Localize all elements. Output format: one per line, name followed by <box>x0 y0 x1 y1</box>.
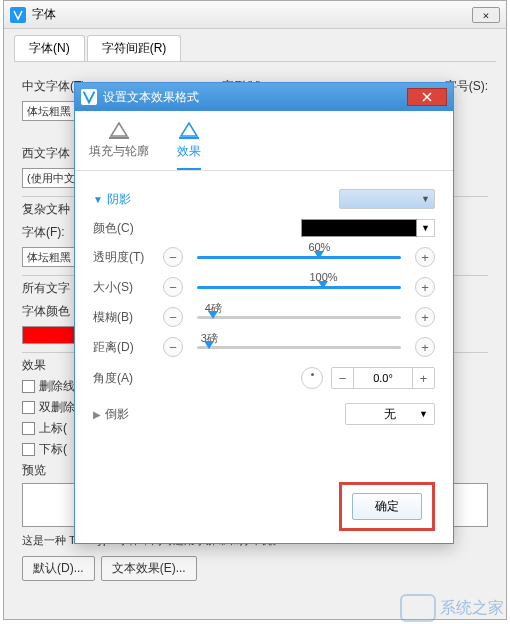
increase-button[interactable]: + <box>412 368 434 388</box>
tab-char-spacing[interactable]: 字符间距(R) <box>87 35 182 61</box>
chevron-down-icon: ▼ <box>421 194 430 204</box>
size-row: 大小(S) − 100% + <box>93 277 435 297</box>
decrease-button[interactable]: − <box>163 277 183 297</box>
text-effect-dialog: 设置文本效果格式 填充与轮廓 效果 ▼ 阴影 ▼ 颜色(C) ▼ 透明度(T) … <box>74 82 454 544</box>
size-slider[interactable]: 100% <box>189 286 409 289</box>
angle-value[interactable]: 0.0° <box>354 368 412 388</box>
collapse-icon[interactable]: ▼ <box>93 194 103 205</box>
font-dialog-title: 字体 <box>32 6 56 23</box>
tab-fill-outline[interactable]: 填充与轮廓 <box>89 121 149 170</box>
blur-slider[interactable]: 4磅 <box>189 316 409 319</box>
tab-effect[interactable]: 效果 <box>177 121 201 170</box>
increase-button[interactable]: + <box>415 307 435 327</box>
blur-row: 模糊(B) − 4磅 + <box>93 307 435 327</box>
dbl-strike-checkbox[interactable] <box>22 401 35 414</box>
ok-highlight: 确定 <box>339 482 435 531</box>
decrease-button[interactable]: − <box>163 247 183 267</box>
angle-dial[interactable] <box>301 367 323 389</box>
distance-row: 距离(D) − 3磅 + <box>93 337 435 357</box>
font-color-swatch[interactable] <box>22 326 82 344</box>
decrease-button[interactable]: − <box>332 368 354 388</box>
close-button[interactable]: ⨉ <box>472 7 500 23</box>
distance-label: 距离(D) <box>93 339 163 356</box>
shadow-color-swatch[interactable] <box>301 219 417 237</box>
reflection-section: ▶ 倒影 无 ▼ <box>93 403 435 425</box>
dbl-strike-label: 双删除 <box>39 399 75 416</box>
ok-button[interactable]: 确定 <box>352 493 422 520</box>
shadow-section: ▼ 阴影 ▼ <box>93 189 435 209</box>
default-button[interactable]: 默认(D)... <box>22 556 95 581</box>
shadow-label: 阴影 <box>107 191 131 208</box>
decrease-button[interactable]: − <box>163 307 183 327</box>
reflection-combo[interactable]: 无 ▼ <box>345 403 435 425</box>
subscript-label: 下标( <box>39 441 67 458</box>
effect-body: ▼ 阴影 ▼ 颜色(C) ▼ 透明度(T) − 60% + 大小(S) − 10… <box>75 171 453 443</box>
size-label: 大小(S) <box>93 279 163 296</box>
en-font-combo[interactable]: (使用中文 <box>22 168 82 188</box>
distance-slider[interactable]: 3磅 <box>189 346 409 349</box>
decrease-button[interactable]: − <box>163 337 183 357</box>
increase-button[interactable]: + <box>415 247 435 267</box>
angle-label: 角度(A) <box>93 370 163 387</box>
effect-tabs: 填充与轮廓 效果 <box>75 111 453 171</box>
effect-dialog-titlebar: 设置文本效果格式 <box>75 83 453 111</box>
superscript-label: 上标( <box>39 420 67 437</box>
opacity-slider[interactable]: 60% <box>189 256 409 259</box>
cn-font-combo[interactable]: 体坛粗黑 <box>22 101 82 121</box>
collapse-icon[interactable]: ▶ <box>93 409 101 420</box>
app-logo-icon <box>10 7 26 23</box>
app-logo-icon <box>81 89 97 105</box>
blur-label: 模糊(B) <box>93 309 163 326</box>
angle-row: 角度(A) − 0.0° + <box>93 367 435 389</box>
font-dialog-tabs: 字体(N) 字符间距(R) <box>14 35 496 62</box>
increase-button[interactable]: + <box>415 277 435 297</box>
font-dialog-titlebar: 字体 ⨉ <box>4 1 506 29</box>
subscript-checkbox[interactable] <box>22 443 35 456</box>
color-row: 颜色(C) ▼ <box>93 219 435 237</box>
opacity-row: 透明度(T) − 60% + <box>93 247 435 267</box>
font-f-combo[interactable]: 体坛粗黑 <box>22 247 82 267</box>
color-dropdown-button[interactable]: ▼ <box>417 219 435 237</box>
color-label: 颜色(C) <box>93 220 163 237</box>
effect-dialog-title: 设置文本效果格式 <box>103 89 199 106</box>
angle-spinner: − 0.0° + <box>331 367 435 389</box>
close-button[interactable] <box>407 88 447 106</box>
reflection-label: 倒影 <box>105 406 129 423</box>
strike-checkbox[interactable] <box>22 380 35 393</box>
superscript-checkbox[interactable] <box>22 422 35 435</box>
effect-icon <box>178 121 200 139</box>
text-effect-button[interactable]: 文本效果(E)... <box>101 556 197 581</box>
opacity-label: 透明度(T) <box>93 249 163 266</box>
shadow-preset-combo[interactable]: ▼ <box>339 189 435 209</box>
increase-button[interactable]: + <box>415 337 435 357</box>
fill-outline-icon <box>108 121 130 139</box>
tab-font[interactable]: 字体(N) <box>14 35 85 61</box>
strike-label: 删除线 <box>39 378 75 395</box>
chevron-down-icon: ▼ <box>419 409 428 419</box>
